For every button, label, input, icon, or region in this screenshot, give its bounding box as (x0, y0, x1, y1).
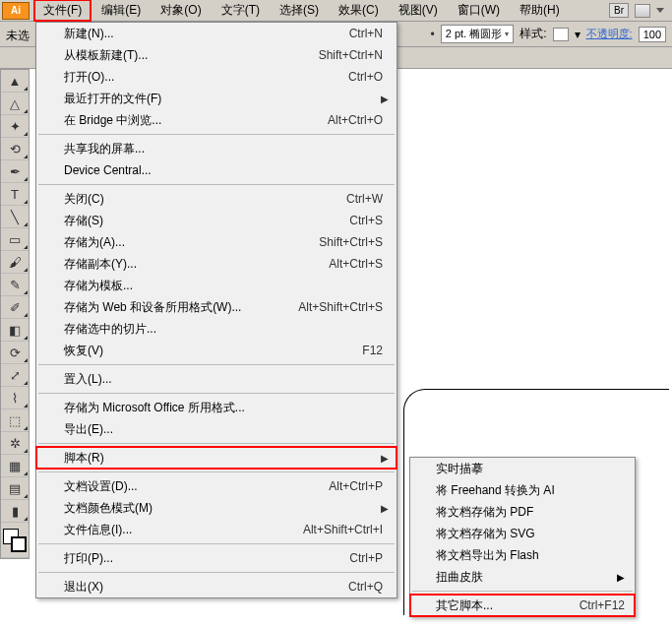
submenu-item-label: 将文档导出为 Flash (436, 547, 625, 564)
menu-item-label: 文件信息(I)... (64, 522, 303, 538)
menu-item[interactable]: 文档颜色模式(M)▶ (36, 497, 397, 519)
tool-panel: ▲△✦⟲✒T╲▭🖌✎✐◧⟳⤢⌇⬚✲▦▤▮ (0, 69, 30, 559)
menu-item-shortcut: Alt+Shift+Ctrl+I (303, 523, 389, 536)
opacity-input[interactable]: 100 (639, 27, 666, 42)
menu-item[interactable]: 置入(L)... (36, 368, 397, 390)
menu-item-label: 存储为 Web 和设备所用格式(W)... (64, 299, 298, 316)
warp-tool[interactable]: ⌇ (1, 387, 29, 409)
submenu-item[interactable]: 实时描摹 (410, 458, 635, 479)
menu-item[interactable]: 存储(S)Ctrl+S (36, 210, 397, 231)
menu-item[interactable]: Device Central... (36, 159, 397, 181)
submenu-item[interactable]: 其它脚本...Ctrl+F12 (410, 595, 635, 616)
magic-wand-tool[interactable]: ✦ (1, 115, 29, 138)
lasso-tool[interactable]: ⟲ (1, 138, 29, 160)
menu-选择s[interactable]: 选择(S) (270, 0, 329, 22)
paintbrush-tool[interactable]: 🖌 (1, 251, 29, 274)
menu-separator (38, 471, 395, 472)
menu-item-label: 关闭(C) (64, 191, 346, 208)
bridge-icon[interactable]: Br (609, 3, 629, 18)
type-tool[interactable]: T (1, 183, 29, 206)
menu-item[interactable]: 存储为(A)...Shift+Ctrl+S (36, 231, 397, 253)
style-caret-icon[interactable]: ▾ (575, 28, 580, 41)
menu-item-shortcut: Shift+Ctrl+S (319, 235, 389, 249)
menu-item-label: 恢复(V) (64, 343, 362, 359)
menu-item[interactable]: 存储为模板... (36, 275, 397, 296)
menu-对象o[interactable]: 对象(O) (151, 0, 211, 22)
submenu-item-label: 实时描摹 (436, 461, 625, 477)
opacity-label[interactable]: 不透明度: (586, 27, 633, 41)
style-swatch[interactable] (553, 28, 569, 41)
menu-item[interactable]: 关闭(C)Ctrl+W (36, 188, 397, 210)
menu-效果c[interactable]: 效果(C) (329, 0, 389, 22)
menu-item-label: 最近打开的文件(F) (64, 91, 377, 107)
menu-窗口w[interactable]: 窗口(W) (448, 0, 510, 22)
direct-selection-tool[interactable]: △ (1, 93, 29, 115)
menu-item-label: 导出(E)... (64, 421, 389, 438)
menu-item-shortcut: Shift+Ctrl+N (319, 48, 389, 62)
menu-item[interactable]: 新建(N)...Ctrl+N (36, 23, 397, 44)
menu-文件f[interactable]: 文件(F) (33, 0, 92, 22)
submenu-item[interactable]: 将 Freehand 转换为 AI (410, 479, 635, 501)
menu-item-shortcut: Ctrl+W (346, 192, 389, 206)
menu-item-label: 从模板新建(T)... (64, 47, 319, 64)
menu-item[interactable]: 文档设置(D)...Alt+Ctrl+P (36, 475, 397, 497)
menu-item-label: 文档颜色模式(M) (64, 500, 377, 517)
mesh-tool[interactable]: ▤ (1, 477, 29, 500)
submenu-item[interactable]: 将文档导出为 Flash (410, 544, 635, 566)
symbol-sprayer-tool[interactable]: ✲ (1, 432, 29, 455)
menu-item[interactable]: 恢复(V)F12 (36, 340, 397, 361)
menu-item-shortcut: Ctrl+N (349, 27, 389, 40)
pencil-tool[interactable]: ✎ (1, 274, 29, 296)
menu-item-shortcut: F12 (362, 344, 389, 357)
menu-item[interactable]: 导出(E)... (36, 418, 397, 440)
menu-item[interactable]: 存储为 Web 和设备所用格式(W)...Alt+Shift+Ctrl+S (36, 296, 397, 318)
menu-item-label: 存储选中的切片... (64, 321, 389, 338)
selection-status: 未选 (6, 28, 30, 44)
menu-item-label: 存储副本(Y)... (64, 256, 329, 273)
menu-item[interactable]: 打开(O)...Ctrl+O (36, 66, 397, 88)
line-tool[interactable]: ╲ (1, 206, 29, 228)
submenu-item[interactable]: 将文档存储为 SVG (410, 523, 635, 544)
menu-item[interactable]: 存储选中的切片... (36, 318, 397, 340)
menu-item[interactable]: 共享我的屏幕... (36, 138, 397, 159)
workspace-dropdown-icon[interactable] (656, 8, 664, 13)
blob-brush-tool[interactable]: ✐ (1, 296, 29, 319)
menu-item-label: 打印(P)... (64, 550, 349, 567)
menu-item-label: 脚本(R) (64, 450, 377, 467)
menu-item-label: Device Central... (64, 163, 389, 177)
menu-item[interactable]: 在 Bridge 中浏览...Alt+Ctrl+O (36, 109, 397, 131)
fill-stroke-control[interactable] (1, 523, 29, 558)
selection-tool[interactable]: ▲ (1, 70, 29, 93)
submenu-item[interactable]: 扭曲皮肤▶ (410, 566, 635, 588)
menu-编辑e[interactable]: 编辑(E) (92, 0, 151, 22)
menu-item[interactable]: 脚本(R)▶ (36, 447, 397, 469)
arrange-documents-icon[interactable] (635, 4, 650, 18)
menu-separator (412, 591, 633, 592)
menu-item[interactable]: 文件信息(I)...Alt+Shift+Ctrl+I (36, 519, 397, 540)
script-submenu: 实时描摹将 Freehand 转换为 AI将文档存储为 PDF将文档存储为 SV… (409, 457, 636, 617)
menu-item-label: 打开(O)... (64, 69, 348, 86)
menu-item[interactable]: 退出(X)Ctrl+Q (36, 576, 397, 597)
submenu-item[interactable]: 将文档存储为 PDF (410, 501, 635, 523)
menu-item[interactable]: 存储为 Microsoft Office 所用格式... (36, 397, 397, 418)
menu-item-shortcut: Alt+Ctrl+O (328, 113, 389, 127)
eraser-tool[interactable]: ◧ (1, 319, 29, 342)
free-transform-tool[interactable]: ⬚ (1, 409, 29, 432)
pen-tool[interactable]: ✒ (1, 160, 29, 183)
menu-item[interactable]: 打印(P)...Ctrl+P (36, 547, 397, 569)
rotate-tool[interactable]: ⟳ (1, 342, 29, 364)
menu-item[interactable]: 从模板新建(T)...Shift+Ctrl+N (36, 44, 397, 66)
menu-item[interactable]: 最近打开的文件(F)▶ (36, 88, 397, 109)
menu-item[interactable]: 存储副本(Y)...Alt+Ctrl+S (36, 253, 397, 275)
rectangle-tool[interactable]: ▭ (1, 228, 29, 251)
menu-帮助h[interactable]: 帮助(H) (510, 0, 570, 22)
menu-文字t[interactable]: 文字(T) (212, 0, 270, 22)
scale-tool[interactable]: ⤢ (1, 364, 29, 387)
graph-tool[interactable]: ▦ (1, 455, 29, 477)
menu-视图v[interactable]: 视图(V) (389, 0, 448, 22)
submenu-arrow-icon: ▶ (377, 453, 389, 464)
stroke-weight-dropdown[interactable]: 2 pt. 椭圆形▾ (441, 25, 514, 43)
gradient-tool[interactable]: ▮ (1, 500, 29, 523)
menu-item-label: 存储为 Microsoft Office 所用格式... (64, 400, 389, 416)
menu-item-shortcut: Ctrl+O (348, 70, 389, 84)
